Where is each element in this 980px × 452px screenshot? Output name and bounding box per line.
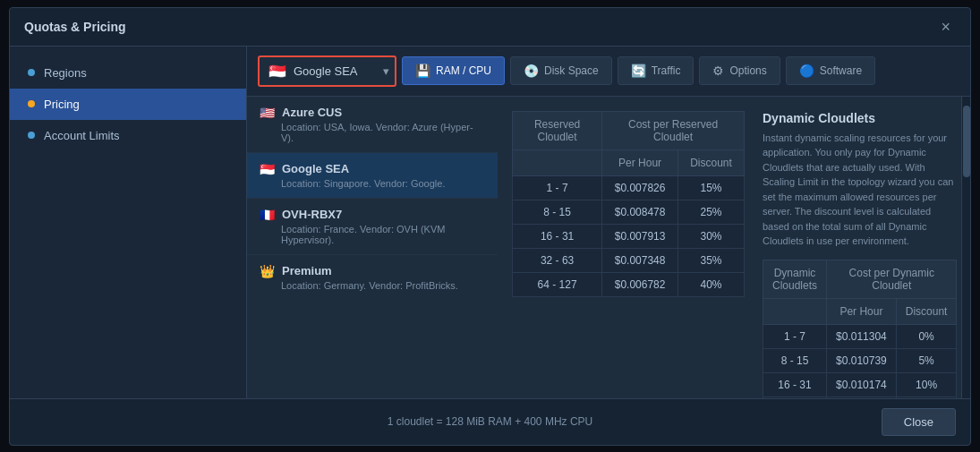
quotas-pricing-modal: Quotas & Pricing × Regions Pricing Accou… — [9, 7, 971, 446]
dynamic-range: 16 - 31 — [763, 372, 827, 397]
reserved-price: $0.007348 — [602, 248, 678, 272]
main-content: 🇸🇬 Google SEA ▾ 💾 RAM / CPU 💿 Disk Space — [247, 47, 970, 398]
dynamic-discount: 5% — [896, 348, 957, 372]
dropdown-item-ovh-sub: Location: France. Vendor: OVH (KVM Hyper… — [260, 224, 485, 245]
dynamic-col-per-hour: Per Hour — [827, 298, 897, 324]
reserved-discount: 15% — [678, 175, 745, 200]
reserved-range: 16 - 31 — [513, 224, 602, 248]
reserved-price: $0.006782 — [602, 272, 678, 296]
modal-body: Regions Pricing Account Limits 🇸� — [10, 47, 970, 398]
table-row: 1 - 7 $0.011304 0% — [763, 324, 957, 348]
table-row: 8 - 15 $0.008478 25% — [513, 200, 745, 224]
dropdown-item-premium-name: Premium — [282, 264, 332, 277]
tab-software[interactable]: 🔵 Software — [786, 56, 875, 85]
reserved-col-range: Reserved Cloudlet — [513, 111, 602, 149]
table-row: 64 - 127 $0.006782 40% — [513, 272, 745, 296]
scroll-thumb — [963, 106, 970, 177]
dynamic-range: 1 - 7 — [763, 324, 827, 348]
sidebar: Regions Pricing Account Limits — [10, 47, 247, 398]
dropdown-item-google-name: Google SEA — [282, 162, 349, 175]
footer-note: 1 cloudlet = 128 MiB RAM + 400 MHz CPU — [335, 415, 645, 428]
dynamic-col-cost-header: Cost per Dynamic Cloudlet — [827, 260, 957, 298]
reserved-col-cost: Cost per Reserved Cloudlet — [602, 111, 745, 149]
disk-space-icon: 💿 — [524, 64, 539, 78]
reserved-discount: 35% — [678, 248, 745, 272]
dropdown-item-azure-header: 🇺🇸 Azure CUS — [260, 106, 485, 120]
options-icon: ⚙ — [712, 64, 724, 78]
reserved-range: 64 - 127 — [513, 272, 602, 296]
traffic-icon: 🔄 — [631, 64, 646, 78]
tab-options[interactable]: ⚙ Options — [699, 56, 780, 85]
table-row: 32 - 63 $0.007348 35% — [513, 248, 745, 272]
dynamic-cloudlets-table: Dynamic Cloudlets Cost per Dynamic Cloud… — [763, 260, 957, 398]
reserved-discount: 30% — [678, 224, 745, 248]
tab-disk-space[interactable]: 💿 Disk Space — [510, 56, 612, 85]
modal-footer: 1 cloudlet = 128 MiB RAM + 400 MHz CPU C… — [10, 398, 970, 445]
dropdown-item-azure[interactable]: 🇺🇸 Azure CUS Location: USA, Iowa. Vendor… — [247, 97, 498, 153]
azure-flag-icon: 🇺🇸 — [260, 106, 275, 120]
tab-traffic-label: Traffic — [652, 64, 681, 77]
dropdown-item-premium-sub: Location: Germany. Vendor: ProfitBricks. — [260, 280, 485, 291]
reserved-range: 8 - 15 — [513, 200, 602, 224]
reserved-price: $0.007826 — [602, 175, 678, 200]
dropdown-item-azure-name: Azure CUS — [282, 106, 342, 119]
software-icon: 🔵 — [799, 64, 814, 78]
region-select-button[interactable]: 🇸🇬 Google SEA ▾ — [258, 55, 396, 87]
dynamic-col-range: Dynamic Cloudlets — [763, 260, 827, 298]
reserved-discount: 40% — [678, 272, 745, 296]
scrollbar[interactable] — [961, 97, 970, 398]
reserved-price: $0.008478 — [602, 200, 678, 224]
toolbar: 🇸🇬 Google SEA ▾ 💾 RAM / CPU 💿 Disk Space — [247, 47, 970, 97]
tab-traffic[interactable]: 🔄 Traffic — [618, 56, 695, 85]
dynamic-col-discount: Discount — [896, 298, 957, 324]
dynamic-range: 8 - 15 — [763, 348, 827, 372]
pricing-area: 🇺🇸 Azure CUS Location: USA, Iowa. Vendor… — [247, 97, 970, 398]
tab-ram-cpu-label: RAM / CPU — [436, 64, 491, 77]
dropdown-item-ovh[interactable]: 🇫🇷 OVH-RBX7 Location: France. Vendor: OV… — [247, 199, 498, 255]
table-row: 16 - 31 $0.007913 30% — [513, 224, 745, 248]
dynamic-cloudlets-section: Dynamic Cloudlets Instant dynamic scalin… — [763, 111, 957, 384]
chevron-down-icon: ▾ — [383, 64, 389, 78]
table-row: 32 - 63 $0.009608 15% — [763, 397, 957, 398]
region-flag: 🇸🇬 — [268, 63, 286, 80]
region-dropdown-menu: 🇺🇸 Azure CUS Location: USA, Iowa. Vendor… — [247, 97, 498, 398]
reserved-range: 32 - 63 — [513, 248, 602, 272]
reserved-price: $0.007913 — [602, 224, 678, 248]
region-selected-label: Google SEA — [294, 64, 358, 78]
reserved-col-discount: Discount — [678, 149, 745, 175]
dropdown-item-google-sub: Location: Singapore. Vendor: Google. — [260, 178, 485, 189]
sidebar-item-pricing[interactable]: Pricing — [10, 89, 246, 120]
table-row: 1 - 7 $0.007826 15% — [513, 175, 745, 200]
dynamic-price: $0.011304 — [827, 324, 897, 348]
dynamic-range: 32 - 63 — [763, 397, 827, 398]
dropdown-item-google-sea[interactable]: 🇸🇬 Google SEA Location: Singapore. Vendo… — [247, 153, 498, 199]
pricing-tables: Reserved Cloudlet Cost per Reserved Clou… — [498, 97, 961, 398]
region-dropdown: 🇸🇬 Google SEA ▾ — [258, 55, 396, 87]
sidebar-item-regions[interactable]: Regions — [10, 57, 246, 89]
sidebar-item-account-limits-label: Account Limits — [44, 129, 120, 142]
dynamic-discount: 10% — [896, 372, 957, 397]
dropdown-item-ovh-header: 🇫🇷 OVH-RBX7 — [260, 208, 485, 222]
table-row: 16 - 31 $0.010174 10% — [763, 372, 957, 397]
dropdown-item-google-header: 🇸🇬 Google SEA — [260, 162, 485, 176]
ovh-flag-icon: 🇫🇷 — [260, 208, 275, 222]
tab-options-label: Options — [729, 64, 766, 77]
dropdown-item-premium-header: 👑 Premium — [260, 264, 485, 278]
dropdown-overlay: 🇺🇸 Azure CUS Location: USA, Iowa. Vendor… — [247, 97, 498, 398]
dropdown-item-ovh-name: OVH-RBX7 — [282, 208, 342, 221]
tab-disk-space-label: Disk Space — [544, 64, 599, 77]
dropdown-item-premium[interactable]: 👑 Premium Location: Germany. Vendor: Pro… — [247, 255, 498, 300]
tab-ram-cpu[interactable]: 💾 RAM / CPU — [402, 56, 505, 85]
ram-cpu-icon: 💾 — [415, 64, 430, 78]
sidebar-item-pricing-label: Pricing — [44, 98, 80, 111]
account-limits-dot — [28, 132, 35, 139]
modal-close-button[interactable]: × — [935, 17, 956, 37]
google-sea-flag-icon: 🇸🇬 — [260, 162, 275, 176]
reserved-col-empty — [513, 149, 602, 175]
premium-crown-icon: 👑 — [260, 264, 275, 278]
reserved-cloudlets-section: Reserved Cloudlet Cost per Reserved Clou… — [512, 111, 745, 384]
pricing-dot — [28, 100, 35, 107]
close-button[interactable]: Close — [882, 408, 956, 436]
table-row: 8 - 15 $0.010739 5% — [763, 348, 957, 372]
sidebar-item-account-limits[interactable]: Account Limits — [10, 120, 246, 151]
